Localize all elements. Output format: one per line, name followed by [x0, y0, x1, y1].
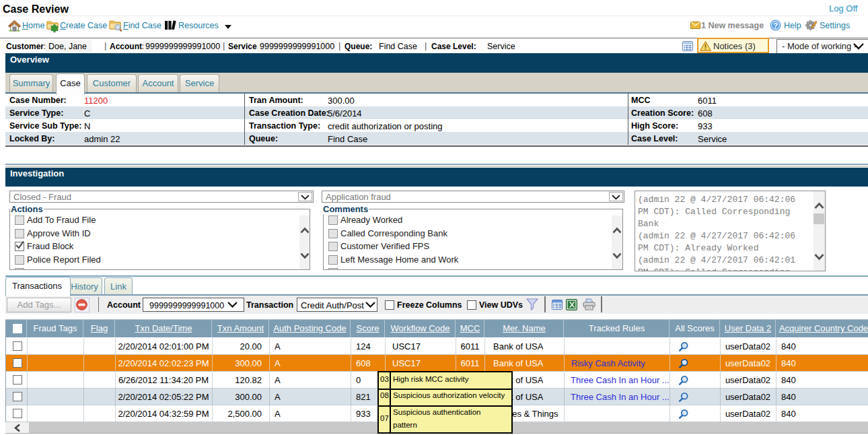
svg-text:?: ? [773, 22, 778, 30]
